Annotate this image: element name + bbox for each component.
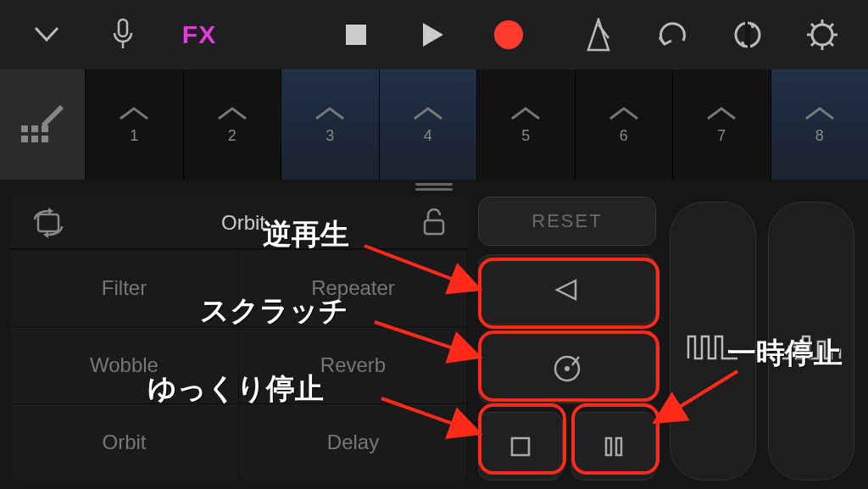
svg-rect-25: [425, 220, 443, 234]
track-slot-2[interactable]: 2: [183, 69, 281, 180]
fx-item-delay[interactable]: Delay: [239, 403, 468, 481]
track-number: 8: [815, 127, 824, 145]
rotate-icon[interactable]: [10, 208, 86, 238]
track-slot-6[interactable]: 6: [575, 69, 673, 180]
pause-pad[interactable]: [571, 412, 656, 481]
track-slot-7[interactable]: 7: [672, 69, 771, 180]
svg-line-15: [830, 24, 833, 27]
reverse-pad[interactable]: [478, 254, 656, 325]
svg-rect-0: [119, 19, 127, 36]
svg-rect-21: [42, 136, 48, 142]
metronome-button[interactable]: [561, 0, 636, 69]
fx-panel: Orbit Filter Repeater Wobble Reverb Orbi…: [10, 197, 858, 481]
stop-button[interactable]: [318, 0, 394, 69]
svg-rect-20: [31, 136, 38, 142]
track-number: 2: [228, 127, 236, 145]
fx-item-reverb[interactable]: Reverb: [239, 326, 468, 403]
undo-button[interactable]: [636, 0, 710, 69]
pause-icon: [603, 435, 625, 458]
gate-icon: [670, 330, 755, 362]
fx-title: Orbit: [86, 211, 400, 235]
svg-rect-22: [38, 214, 58, 231]
svg-rect-30: [606, 438, 611, 455]
svg-rect-17: [31, 125, 38, 132]
svg-rect-19: [21, 136, 28, 142]
track-number: 5: [521, 127, 530, 145]
track-slot-3[interactable]: 3: [281, 69, 379, 180]
fx-item-orbit[interactable]: Orbit: [10, 403, 239, 481]
svg-line-12: [811, 24, 815, 27]
reset-button[interactable]: RESET: [478, 197, 656, 246]
lock-button[interactable]: [400, 208, 468, 237]
fx-item-filter[interactable]: Filter: [10, 249, 239, 326]
record-button[interactable]: [470, 0, 547, 69]
top-toolbar: FX: [0, 0, 868, 69]
svg-rect-16: [21, 125, 28, 132]
track-number: 1: [130, 127, 138, 145]
svg-rect-2: [346, 25, 366, 45]
track-slot-4[interactable]: 4: [379, 69, 477, 180]
scratch-pad[interactable]: [478, 333, 656, 403]
transport-controls: [318, 0, 547, 69]
fx-item-repeater[interactable]: Repeater: [239, 249, 468, 326]
drag-handle[interactable]: [415, 183, 453, 192]
slider-gate[interactable]: [670, 202, 756, 481]
svg-marker-26: [557, 281, 576, 299]
reverse-icon: [552, 277, 582, 303]
record-icon: [494, 20, 523, 49]
svg-line-14: [811, 42, 815, 46]
downsample-icon: [769, 330, 854, 364]
track-number: 7: [717, 127, 726, 145]
fx-selector: Orbit Filter Repeater Wobble Reverb Orbi…: [10, 197, 468, 481]
svg-point-7: [812, 25, 832, 45]
fx-button[interactable]: FX: [161, 0, 237, 69]
menu-triangle-button[interactable]: [8, 0, 85, 69]
mic-button[interactable]: [85, 0, 161, 69]
stop-outline-icon: [509, 435, 532, 458]
edit-cells-button[interactable]: [0, 69, 85, 180]
settings-button[interactable]: [785, 0, 860, 69]
track-number: 3: [326, 127, 334, 145]
track-slot-1[interactable]: 1: [85, 69, 183, 180]
transport-pads: RESET: [478, 197, 656, 481]
track-number: 6: [620, 127, 628, 145]
slowstop-pad[interactable]: [478, 412, 563, 481]
turntable-icon: [550, 352, 584, 386]
track-slot-5[interactable]: 5: [476, 69, 575, 180]
svg-line-13: [830, 42, 833, 46]
loop-button[interactable]: [710, 0, 785, 69]
fx-sliders: [666, 197, 858, 481]
track-slot-8[interactable]: 8: [771, 69, 869, 180]
play-button[interactable]: [394, 0, 470, 69]
track-row: 1 2 3 4 5 6 7 8: [0, 69, 868, 180]
slider-downsample[interactable]: [768, 202, 854, 481]
fx-item-wobble[interactable]: Wobble: [10, 326, 239, 403]
track-number: 4: [424, 127, 432, 145]
svg-point-28: [565, 366, 570, 371]
toolbar-right: [561, 0, 860, 69]
svg-rect-29: [512, 438, 529, 455]
svg-rect-31: [616, 438, 621, 455]
svg-marker-3: [423, 23, 443, 47]
